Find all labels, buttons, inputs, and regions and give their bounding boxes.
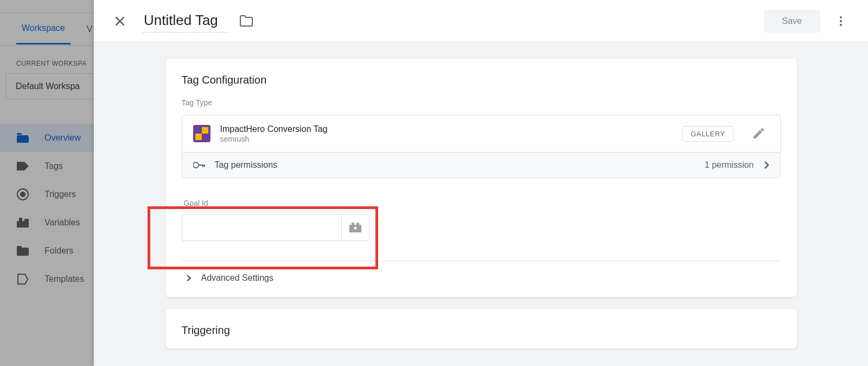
tag-type-label: Tag Type [182,98,781,107]
tag-logo-icon [193,125,210,142]
chevron-right-icon [186,274,192,282]
svg-rect-7 [355,226,356,230]
tag-type-box: ImpactHero Conversion Tag semrush GALLER… [182,115,781,178]
goal-id-block: Goal Id [182,194,781,251]
kebab-icon [840,16,842,26]
tag-configuration-card: Tag Configuration Tag Type ImpactHero Co… [165,59,797,297]
variable-brick-icon [349,223,361,232]
tag-type-name: ImpactHero Conversion Tag [220,124,328,135]
svg-point-2 [840,16,842,18]
card-title: Tag Configuration [165,59,797,98]
tag-name-input[interactable] [143,10,229,33]
insert-variable-button[interactable] [341,214,369,241]
folder-outline-icon[interactable] [239,15,253,27]
tag-type-vendor: semrush [220,135,328,143]
panel-header: Save [94,0,868,42]
goal-id-input[interactable] [182,214,341,241]
goal-id-label: Goal Id [182,199,781,207]
tag-type-row: ImpactHero Conversion Tag semrush GALLER… [182,115,780,152]
triggering-card[interactable]: Triggering [165,309,797,349]
tag-editor-panel: Save Tag Configuration Tag Type ImpactHe… [94,0,868,366]
close-icon [114,16,125,27]
advanced-settings-row[interactable]: Advanced Settings [182,261,781,283]
svg-point-4 [840,24,842,26]
more-menu-button[interactable] [830,10,852,32]
card-title: Triggering [165,309,797,349]
save-button[interactable]: Save [764,10,820,33]
gallery-badge: GALLERY [682,126,733,142]
tag-permissions-row[interactable]: Tag permissions 1 permission [182,152,780,178]
close-button[interactable] [109,10,131,32]
chevron-right-icon [764,161,769,169]
permissions-label: Tag permissions [215,160,278,170]
pencil-icon [752,128,764,140]
svg-point-3 [840,20,842,22]
svg-point-5 [193,162,199,168]
edit-tag-type-button[interactable] [748,123,769,144]
key-icon [193,162,205,168]
permissions-count: 1 permission [705,160,754,170]
panel-body: Tag Configuration Tag Type ImpactHero Co… [94,42,868,366]
advanced-settings-label: Advanced Settings [201,273,273,283]
